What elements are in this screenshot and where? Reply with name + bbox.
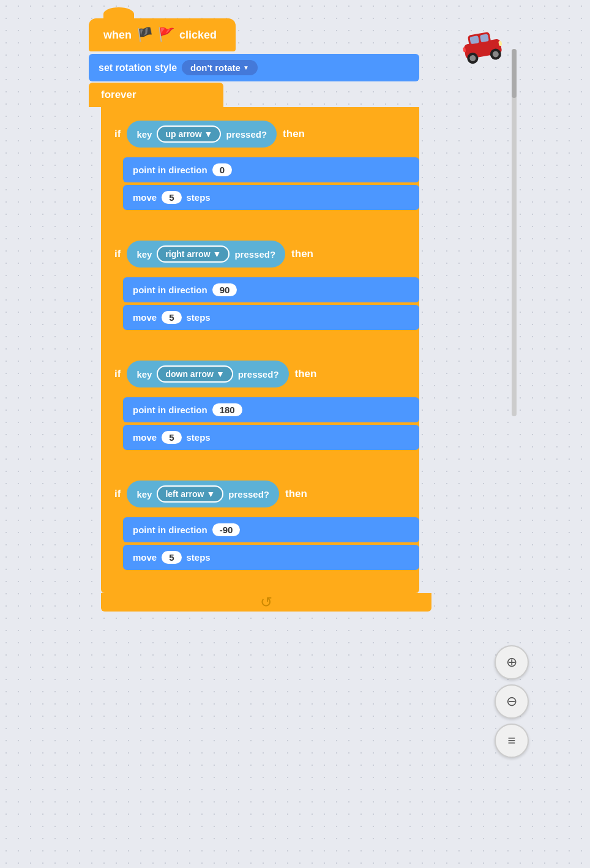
if-block-down-arrow: if key down arrow ▼ pressed? then	[105, 354, 419, 466]
svg-rect-3	[480, 34, 489, 42]
then-label-2: then	[291, 248, 313, 260]
steps-label-3: steps	[187, 432, 211, 443]
point-direction-block-2: point in direction 90	[123, 277, 419, 302]
if-body-right: point in direction 90 move 5 steps	[105, 274, 419, 334]
down-arrow-value: down arrow	[165, 369, 214, 379]
pressed-label-3: pressed?	[238, 369, 279, 380]
zoom-controls: ⊕ ⊖ ≡	[495, 645, 529, 758]
if-block-right-arrow: if key right arrow ▼ pressed? then	[105, 234, 419, 346]
if-label-4: if	[114, 488, 121, 500]
if-header-right: if key right arrow ▼ pressed? then	[105, 234, 419, 274]
forever-header: forever	[89, 83, 223, 107]
if-block-left-arrow: if key left arrow ▼ pressed? then	[105, 474, 419, 586]
up-arrow-condition: key up arrow ▼ pressed?	[127, 121, 277, 148]
direction-value-2[interactable]: 90	[212, 283, 237, 296]
forever-body: if key up arrow ▼ pressed? then	[101, 107, 419, 593]
direction-value-4[interactable]: -90	[212, 523, 241, 536]
point-direction-block-3: point in direction 180	[123, 397, 419, 422]
then-label-3: then	[295, 368, 317, 380]
point-direction-label-1: point in direction	[133, 165, 207, 175]
if-footer-4	[105, 574, 419, 586]
steps-value-4[interactable]: 5	[162, 551, 181, 564]
if-header-down: if key down arrow ▼ pressed? then	[105, 354, 419, 394]
car-sprite-icon	[461, 24, 504, 73]
if-label-1: if	[114, 128, 121, 140]
point-direction-label-3: point in direction	[133, 405, 207, 415]
right-arrow-condition: key right arrow ▼ pressed?	[127, 241, 285, 268]
right-arrow-dropdown[interactable]: right arrow ▼	[157, 245, 230, 263]
point-direction-label-2: point in direction	[133, 285, 207, 295]
if-block-up-arrow: if key up arrow ▼ pressed? then	[105, 114, 419, 226]
up-arrow-dropdown-arrow: ▼	[204, 129, 213, 139]
if-footer-1	[105, 214, 419, 226]
left-arrow-value: left arrow	[165, 489, 204, 499]
direction-value-3[interactable]: 180	[212, 403, 242, 416]
down-arrow-dropdown-arrow: ▼	[216, 369, 225, 379]
scratch-workspace: when 🏴 🚩 clicked set rotation style don'…	[0, 0, 590, 868]
rotation-dropdown-arrow: ▼	[243, 64, 249, 71]
key-label-2: key	[136, 249, 152, 260]
if-header-up: if key up arrow ▼ pressed? then	[105, 114, 419, 154]
move-steps-block-1: move 5 steps	[123, 185, 419, 210]
steps-value-1[interactable]: 5	[162, 191, 181, 204]
zoom-out-icon: ⊖	[506, 694, 517, 709]
zoom-in-icon: ⊕	[506, 654, 517, 670]
zoom-out-button[interactable]: ⊖	[495, 684, 529, 719]
steps-label-4: steps	[187, 552, 211, 563]
then-label-1: then	[283, 128, 305, 140]
key-label-3: key	[136, 369, 152, 380]
forever-footer: ↺	[101, 593, 431, 612]
if-label-3: if	[114, 368, 121, 380]
zoom-fit-button[interactable]: ≡	[495, 724, 529, 758]
point-direction-block-4: point in direction -90	[123, 517, 419, 542]
zoom-in-button[interactable]: ⊕	[495, 645, 529, 679]
right-arrow-dropdown-arrow: ▼	[213, 249, 222, 259]
forever-block: forever if key up arrow ▼ pressed?	[89, 83, 419, 612]
if-label-2: if	[114, 248, 121, 260]
direction-value-1[interactable]: 0	[212, 163, 232, 176]
rotation-style-value: don't rotate	[190, 62, 241, 73]
clicked-label: clicked	[179, 29, 217, 42]
pressed-label-2: pressed?	[234, 249, 275, 260]
if-body-up: point in direction 0 move 5 steps	[105, 154, 419, 214]
key-label-4: key	[136, 489, 152, 499]
right-arrow-value: right arrow	[165, 249, 210, 259]
hat-block: when 🏴 🚩 clicked	[89, 18, 236, 51]
pressed-label-1: pressed?	[226, 129, 267, 140]
zoom-fit-icon: ≡	[508, 733, 516, 749]
move-steps-block-2: move 5 steps	[123, 305, 419, 330]
up-arrow-dropdown[interactable]: up arrow ▼	[157, 125, 221, 143]
steps-value-3[interactable]: 5	[162, 431, 181, 444]
move-steps-block-3: move 5 steps	[123, 425, 419, 450]
key-label-1: key	[136, 129, 152, 140]
left-arrow-dropdown[interactable]: left arrow ▼	[157, 485, 223, 503]
down-arrow-dropdown[interactable]: down arrow ▼	[157, 365, 233, 383]
set-rotation-label: set rotation style	[99, 62, 177, 73]
up-arrow-value: up arrow	[165, 129, 201, 139]
down-arrow-condition: key down arrow ▼ pressed?	[127, 361, 288, 387]
move-label-2: move	[133, 312, 157, 323]
flag-icon: 🏴	[136, 27, 153, 43]
rotation-style-dropdown[interactable]: don't rotate ▼	[182, 60, 258, 75]
left-arrow-dropdown-arrow: ▼	[206, 489, 215, 499]
left-arrow-condition: key left arrow ▼ pressed?	[127, 481, 279, 507]
then-label-4: then	[285, 488, 307, 500]
when-label: when	[103, 29, 132, 42]
if-footer-3	[105, 454, 419, 466]
scrollbar-thumb[interactable]	[512, 49, 517, 98]
green-flag-icon: 🚩	[158, 27, 174, 43]
move-steps-block-4: move 5 steps	[123, 545, 419, 570]
set-rotation-block: set rotation style don't rotate ▼	[89, 54, 419, 81]
move-label-4: move	[133, 552, 157, 563]
sprite-thumbnail	[461, 24, 504, 73]
pressed-label-4: pressed?	[228, 489, 269, 499]
blocks-container: when 🏴 🚩 clicked set rotation style don'…	[89, 18, 419, 612]
move-label-3: move	[133, 432, 157, 443]
steps-value-2[interactable]: 5	[162, 311, 181, 324]
if-footer-2	[105, 334, 419, 346]
move-label-1: move	[133, 192, 157, 203]
if-body-down: point in direction 180 move 5 steps	[105, 394, 419, 454]
scrollbar-track[interactable]	[512, 49, 517, 416]
steps-label-2: steps	[187, 312, 211, 323]
forever-loop-icon: ↺	[260, 594, 272, 611]
